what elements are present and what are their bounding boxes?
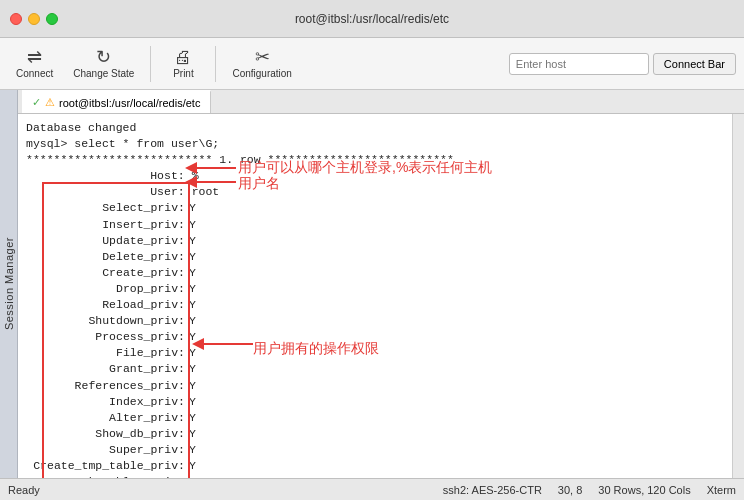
terminal-line-1: Database changed: [26, 120, 724, 136]
priv-row: Shutdown_priv: Y: [30, 313, 724, 329]
tab-check-icon: ✓: [32, 96, 41, 109]
priv-row: Create_priv: Y: [30, 265, 724, 281]
priv-row: Super_priv: Y: [30, 442, 724, 458]
priv-row: Insert_priv: Y: [30, 217, 724, 233]
priv-row: Delete_priv: Y: [30, 249, 724, 265]
toolbar: ⇌ Connect ↻ Change State 🖨 Print ✂ Confi…: [0, 38, 744, 90]
priv-label: Index_priv:: [30, 394, 185, 410]
terminal-line-3: *************************** 1. row *****…: [26, 152, 724, 168]
status-term: Xterm: [707, 484, 736, 496]
change-state-icon: ↻: [96, 48, 111, 66]
priv-row: Index_priv: Y: [30, 394, 724, 410]
tab-title: root@itbsl:/usr/local/redis/etc: [59, 97, 200, 109]
print-icon: 🖨: [174, 48, 192, 66]
priv-label: Grant_priv:: [30, 361, 185, 377]
priv-label: File_priv:: [30, 345, 185, 361]
priv-row: Grant_priv: Y: [30, 361, 724, 377]
priv-label: Create_priv:: [30, 265, 185, 281]
priv-row: Process_priv: Y: [30, 329, 724, 345]
priv-value: Y: [189, 265, 196, 281]
priv-row: Show_db_priv: Y: [30, 426, 724, 442]
connect-bar-button[interactable]: Connect Bar: [653, 53, 736, 75]
content-area: ✓ ⚠ root@itbsl:/usr/local/redis/etc Data…: [18, 90, 744, 478]
priv-label: References_priv:: [30, 378, 185, 394]
user-arrow: [186, 172, 241, 192]
priv-label: Alter_priv:: [30, 410, 185, 426]
configuration-icon: ✂: [255, 48, 270, 66]
priv-row: Alter_priv: Y: [30, 410, 724, 426]
priv-value: Y: [189, 378, 196, 394]
priv-value: Y: [189, 281, 196, 297]
priv-label: Process_priv:: [30, 329, 185, 345]
priv-value: Y: [189, 458, 196, 474]
terminal[interactable]: Database changed mysql> select * from us…: [18, 114, 732, 478]
priv-value: Y: [189, 200, 196, 216]
tab-main[interactable]: ✓ ⚠ root@itbsl:/usr/local/redis/etc: [22, 90, 211, 113]
priv-label: Super_priv:: [30, 442, 185, 458]
priv-row: Select_priv: Y: [30, 200, 724, 216]
priv-label: Delete_priv:: [30, 249, 185, 265]
priv-label: Update_priv:: [30, 233, 185, 249]
priv-label: Select_priv:: [30, 200, 185, 216]
toolbar-separator-2: [215, 46, 216, 82]
session-manager-label: Session Manager: [3, 237, 15, 330]
priv-value: Y: [189, 410, 196, 426]
priv-value: Y: [189, 217, 196, 233]
connect-icon: ⇌: [27, 48, 42, 66]
print-label: Print: [173, 68, 194, 79]
title-bar: root@itbsl:/usr/local/redis/etc: [0, 0, 744, 38]
status-bar: Ready ssh2: AES-256-CTR 30, 8 30 Rows, 1…: [0, 478, 744, 500]
priv-value: Y: [189, 394, 196, 410]
host-input[interactable]: [509, 53, 649, 75]
priv-row: References_priv: Y: [30, 378, 724, 394]
priv-table: Select_priv: YInsert_priv: YUpdate_priv:…: [26, 200, 724, 478]
priv-label: Create_tmp_table_priv:: [30, 458, 185, 474]
priv-row: Drop_priv: Y: [30, 281, 724, 297]
terminal-line-user: User: root: [26, 184, 724, 200]
connect-label: Connect: [16, 68, 53, 79]
terminal-line-host: Host: %: [26, 168, 724, 184]
priv-value: Y: [189, 426, 196, 442]
priv-value: Y: [189, 442, 196, 458]
window-title: root@itbsl:/usr/local/redis/etc: [295, 12, 449, 26]
priv-value: Y: [189, 297, 196, 313]
priv-label: Lock_tables_priv:: [30, 474, 185, 478]
status-ready: Ready: [8, 484, 443, 496]
status-position: 30, 8: [558, 484, 582, 496]
tab-bar: ✓ ⚠ root@itbsl:/usr/local/redis/etc: [18, 90, 744, 114]
minimize-button[interactable]: [28, 13, 40, 25]
priv-arrow: [193, 324, 258, 364]
vertical-scrollbar[interactable]: [732, 114, 744, 478]
priv-value: Y: [189, 249, 196, 265]
terminal-line-2: mysql> select * from user\G;: [26, 136, 724, 152]
host-input-area: Connect Bar: [509, 53, 736, 75]
priv-value: Y: [189, 233, 196, 249]
status-right: ssh2: AES-256-CTR 30, 8 30 Rows, 120 Col…: [443, 484, 736, 496]
maximize-button[interactable]: [46, 13, 58, 25]
priv-label: Reload_priv:: [30, 297, 185, 313]
connect-button[interactable]: ⇌ Connect: [8, 44, 61, 83]
print-button[interactable]: 🖨 Print: [159, 44, 207, 83]
traffic-lights: [0, 13, 58, 25]
priv-label: Show_db_priv:: [30, 426, 185, 442]
close-button[interactable]: [10, 13, 22, 25]
priv-row: Lock_tables_priv: Y: [30, 474, 724, 478]
priv-row: File_priv: Y: [30, 345, 724, 361]
session-sidebar: Session Manager: [0, 90, 18, 478]
priv-value: Y: [189, 474, 196, 478]
change-state-button[interactable]: ↻ Change State: [65, 44, 142, 83]
priv-row: Reload_priv: Y: [30, 297, 724, 313]
configuration-button[interactable]: ✂ Configuration: [224, 44, 299, 83]
toolbar-separator: [150, 46, 151, 82]
configuration-label: Configuration: [232, 68, 291, 79]
priv-label: Shutdown_priv:: [30, 313, 185, 329]
toolbar-group: ⇌ Connect ↻ Change State 🖨 Print ✂ Confi…: [8, 44, 300, 83]
change-state-label: Change State: [73, 68, 134, 79]
priv-label: Drop_priv:: [30, 281, 185, 297]
priv-row: Update_priv: Y: [30, 233, 724, 249]
main-layout: Session Manager ✓ ⚠ root@itbsl:/usr/loca…: [0, 90, 744, 478]
status-rows: 30 Rows, 120 Cols: [598, 484, 690, 496]
priv-label: Insert_priv:: [30, 217, 185, 233]
tab-warning-icon: ⚠: [45, 96, 55, 109]
status-ssh: ssh2: AES-256-CTR: [443, 484, 542, 496]
